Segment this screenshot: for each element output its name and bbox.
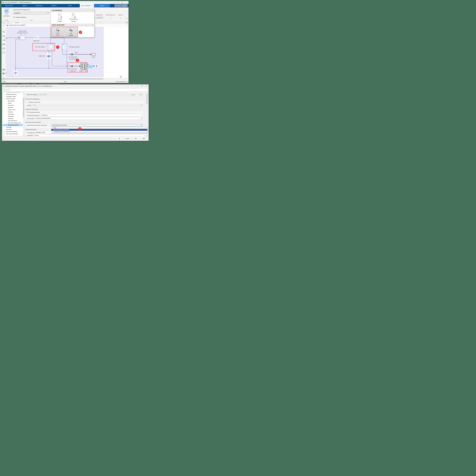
resistor-block[interactable]: + − [34, 36, 39, 39]
wire-tp-amp-selected[interactable] [87, 66, 94, 66]
tab-apps[interactable]: APPS [67, 4, 73, 7]
pin-button[interactable] [47, 12, 49, 15]
help-button[interactable]: Help [132, 137, 139, 140]
tab-simulation[interactable]: SIMULATION [4, 4, 14, 7]
wire-input-to-cvs[interactable] [6, 37, 18, 38]
tree-item-hdl-code-generation[interactable]: ▶HDL Code Generation [3, 133, 23, 135]
expander-icon[interactable]: ▼ [4, 98, 5, 100]
tp-amp-signal-name[interactable]: tp_Amp [87, 67, 93, 68]
wire-cvs-to-sensors[interactable] [26, 37, 64, 38]
expander-icon[interactable]: ▶ [4, 133, 5, 135]
dialog-minimize-button[interactable] [136, 85, 140, 87]
terminator-block[interactable] [95, 65, 98, 68]
hdl-simulator-dropdown[interactable]: Siemens Questa/ModelSim ▼ [35, 117, 143, 119]
dropdown-arrow-icon[interactable]: ▼ [141, 117, 143, 119]
breadcrumb-item-analoglpf[interactable]: analogLPF [20, 24, 25, 26]
view-results-dropdown-icon[interactable]: ▼ [105, 18, 116, 19]
tab-close-icon[interactable]: ✕ [91, 5, 92, 6]
tree-item-model-referencing[interactable]: Model Referencing [3, 93, 23, 96]
tree-item-simscape[interactable]: Simscape [3, 128, 23, 131]
search-input[interactable] [6, 89, 147, 91]
systemverilog-settings-button[interactable]: SV ⚙ SystemVerilog Settings [67, 13, 80, 22]
option-one-per-test-point[interactable]: One function per Test Point [51, 129, 147, 131]
model-name-input[interactable] [13, 12, 46, 15]
tab-signal[interactable]: SIGNAL [94, 4, 110, 7]
wire-cvs-bottom[interactable] [16, 39, 20, 39]
save-icon[interactable] [117, 5, 118, 6]
signal-monitoring-header[interactable]: SIGNAL MONITORING ▲▲ [51, 23, 94, 27]
curve-annotation-icon[interactable] [2, 47, 5, 50]
include-testbench-checkbox[interactable]: ✓ [14, 17, 15, 18]
capacitor-block[interactable]: + ' [47, 53, 51, 59]
maximize-button[interactable] [120, 1, 124, 4]
wire-current-sensor-out[interactable] [52, 51, 52, 66]
dialog-scrollbar-thumb[interactable] [147, 94, 148, 104]
scrollbar-thumb[interactable] [2, 78, 103, 80]
document-tab-analoglpf[interactable]: analogLPF [13, 21, 21, 24]
fit-to-view-icon[interactable] [2, 35, 5, 37]
wire-to-voltage-sensor[interactable] [64, 38, 64, 43]
dialog-maximize-button[interactable] [140, 85, 144, 87]
tree-item-code-style[interactable]: Code Style [3, 113, 23, 115]
back-icon[interactable] [3, 22, 4, 23]
tree-item-custom-code[interactable]: Custom Code [3, 109, 23, 111]
fpt-field[interactable] [41, 114, 143, 117]
tree-item-identifiers[interactable]: Identifiers [3, 106, 23, 109]
tree-item-interface[interactable]: Interface [3, 111, 23, 113]
screenshot-icon[interactable] [2, 68, 5, 71]
tab-debug[interactable]: DEBUG [20, 4, 29, 7]
tree-scrollbar[interactable]: ▲ ▼ [23, 92, 24, 136]
keyboard-shortcuts-icon[interactable] [126, 22, 128, 23]
tree-item-hardware-implementation[interactable]: Hardware Implementation [3, 92, 23, 93]
connection-dropdown[interactable]: Port list [34, 134, 144, 136]
tab-format[interactable]: FORMAT [50, 4, 58, 7]
tree-item-data-type-replacement[interactable]: Data Type Replacement [3, 122, 23, 124]
apply-button[interactable]: Apply [140, 137, 147, 140]
ps-simulink-converter1-block[interactable] [70, 53, 73, 55]
cancel-button[interactable]: Cancel [124, 137, 131, 140]
up-icon[interactable] [7, 22, 9, 23]
vout-signal-label[interactable]: Vout [74, 52, 79, 53]
access-function-combobox[interactable]: One function per Test Point ▼ [51, 124, 143, 127]
expander-icon[interactable]: ▶ [4, 131, 5, 133]
dialog-close-button[interactable]: × [144, 85, 148, 87]
signal-routing-icon[interactable] [2, 39, 5, 41]
verify-dropdown-icon[interactable]: ▼ [117, 18, 125, 19]
more-options-icon[interactable]: ••• [124, 5, 125, 6]
tree-item-report[interactable]: Report [3, 102, 23, 104]
report-runtime-error-checkbox[interactable] [27, 102, 28, 103]
expand-section-icon[interactable]: ▲▲ [92, 24, 93, 26]
tree-item-comments[interactable]: Comments [3, 104, 23, 106]
option-none[interactable]: None [51, 127, 147, 129]
minimize-button[interactable] [116, 1, 120, 4]
annotation-icon[interactable]: A [2, 43, 5, 46]
ok-button[interactable]: OK [116, 137, 123, 140]
view-results-menu[interactable]: VIEW RESULTS ▼ [105, 7, 116, 21]
close-button[interactable]: × [124, 1, 129, 4]
wire-to-current-sensor[interactable] [50, 38, 51, 43]
collapse-ribbon-icon[interactable]: ▬▲ [126, 18, 127, 19]
ground-block[interactable] [14, 70, 17, 75]
tree-item-code-generation[interactable]: ▼Code Generation [3, 98, 23, 100]
breadcrumb-dropdown-icon[interactable]: ▼ [126, 25, 127, 26]
collapse-section-icon[interactable]: ▼▼ [92, 10, 93, 11]
c-code-settings-button[interactable]: C ⚙ C Code Settings [55, 13, 65, 22]
zoom-icon[interactable] [2, 31, 5, 33]
forward-icon[interactable] [5, 22, 6, 23]
tree-item-templates[interactable]: Templates [3, 118, 23, 119]
canvas-horizontal-scrollbar[interactable] [2, 78, 128, 80]
option-one-for-all[interactable]: One function for all Test Points [51, 131, 147, 133]
status-solver[interactable]: auto(FixedStepDiscrete) [115, 81, 127, 82]
generate-test-bench-checkbox[interactable]: ✓ [27, 112, 28, 113]
dpi-generation-button[interactable]: DPI [4, 8, 9, 13]
wire-vout-signal[interactable] [73, 54, 90, 54]
verify-menu[interactable]: VERIFY ▼ [117, 7, 125, 21]
tree-item-code-placement[interactable]: Code Placement [3, 120, 23, 122]
tree-item-simscape-multibody[interactable]: ▶Simscape Multibody [3, 131, 23, 133]
tree-item-verification[interactable]: Verification [3, 115, 23, 117]
dropdown-arrow-icon[interactable]: ▼ [140, 124, 142, 126]
hide-browser-icon[interactable]: ◀ [3, 24, 5, 26]
wire-to-converter1[interactable] [62, 54, 70, 54]
area-icon[interactable] [2, 51, 5, 54]
fpt-input[interactable] [41, 114, 137, 116]
